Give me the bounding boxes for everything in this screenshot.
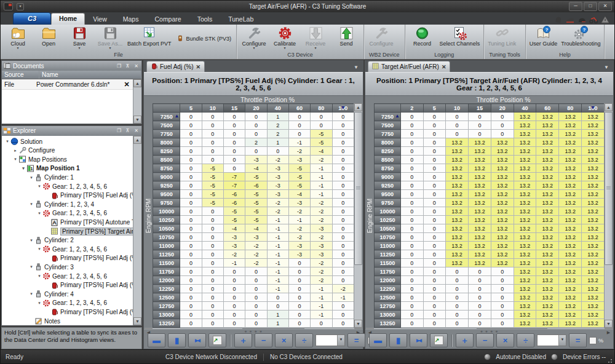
table-cell[interactable]: -2 [311, 156, 332, 164]
table-cell[interactable]: 0 [423, 216, 446, 224]
table-cell[interactable]: 13.2 [491, 138, 514, 147]
set-column-button[interactable]: ▮ [389, 333, 407, 347]
table-cell[interactable]: 0 [202, 224, 223, 233]
row-header-10250[interactable]: 10250 [375, 216, 401, 224]
table-cell[interactable]: 0 [180, 147, 202, 156]
ribbon-tab-home[interactable]: Home [51, 13, 85, 25]
table-cell[interactable]: -5 [223, 216, 245, 224]
row-header-8500[interactable]: 8500 [153, 156, 180, 164]
row-header-12750[interactable]: 12750 [153, 302, 180, 311]
table-cell[interactable]: 13.2 [536, 233, 559, 242]
table-cell[interactable]: 0 [288, 302, 310, 311]
table-cell[interactable]: 0 [400, 250, 423, 259]
table-cell[interactable]: -1 [288, 138, 310, 147]
column-header-100[interactable]: 100▼ [582, 104, 605, 113]
table-cell[interactable]: 0 [469, 293, 491, 302]
tab-close-icon[interactable]: ✕ [442, 64, 446, 70]
table-cell[interactable]: 0 [423, 242, 446, 250]
explorer-scrollbar[interactable]: ▲ ▼ [133, 136, 141, 325]
table-cell[interactable]: 0 [202, 276, 223, 285]
row-header-11500[interactable]: 11500 [153, 259, 180, 267]
column-header-5[interactable]: 5 [423, 104, 446, 113]
scroll-down-icon[interactable]: ▼ [133, 116, 141, 124]
table-cell[interactable]: 0 [245, 319, 267, 328]
table-cell[interactable]: 0 [491, 267, 514, 276]
table-cell[interactable]: 1 [267, 138, 288, 147]
table-cell[interactable]: 13.2 [446, 216, 469, 224]
add-button[interactable]: ＋ [456, 333, 474, 347]
table-cell[interactable]: 0 [423, 181, 446, 190]
table-cell[interactable]: 0 [267, 147, 288, 156]
table-cell[interactable]: 13.2 [514, 164, 536, 173]
table-cell[interactable]: 0 [400, 164, 423, 173]
table-cell[interactable]: 0 [423, 207, 446, 216]
column-header-20[interactable]: 20 [491, 104, 514, 113]
row-header-12500[interactable]: 12500 [375, 293, 401, 302]
table-cell[interactable]: 0 [202, 259, 223, 267]
table-cell[interactable]: 13.2 [446, 199, 469, 207]
column-header-80[interactable]: 80 [559, 104, 582, 113]
table-cell[interactable]: 0 [332, 207, 354, 216]
table-cell[interactable]: -1 [311, 164, 332, 173]
table-cell[interactable]: 0 [180, 121, 202, 130]
table-cell[interactable]: 0 [202, 121, 223, 130]
tree-item[interactable]: ▾Gear: 1, 2, 3, 4, 5, 6 [2, 245, 133, 254]
table-cell[interactable]: 13.2 [559, 311, 582, 319]
scroll-up-icon[interactable]: ▲ [605, 103, 613, 111]
table-cell[interactable]: -2 [311, 199, 332, 207]
table-cell[interactable]: 13.2 [559, 233, 582, 242]
table-cell[interactable]: 0 [223, 138, 245, 147]
column-header-80[interactable]: 80 [311, 104, 332, 113]
row-header-12500[interactable]: 12500 [153, 293, 180, 302]
tree-item[interactable]: ▾Solution [2, 137, 133, 146]
table-cell[interactable]: 13.2 [536, 147, 559, 156]
table-cell[interactable]: 0 [223, 293, 245, 302]
table-cell[interactable]: 0 [202, 156, 223, 164]
table-cell[interactable]: -3 [267, 173, 288, 181]
table-cell[interactable]: 13.2 [514, 173, 536, 181]
table-cell[interactable]: 0 [311, 319, 332, 328]
column-header-15[interactable]: 15 [223, 104, 245, 113]
table-cell[interactable]: -3 [267, 164, 288, 173]
table-cell[interactable]: 13.2 [582, 302, 605, 311]
table-cell[interactable]: 0 [245, 130, 267, 138]
table-cell[interactable]: 13.2 [469, 207, 491, 216]
table-cell[interactable]: 13.2 [559, 156, 582, 164]
table-cell[interactable]: -2 [267, 199, 288, 207]
table-cell[interactable]: 0 [423, 311, 446, 319]
table-cell[interactable]: 0 [180, 138, 202, 147]
table-cell[interactable]: 0 [469, 276, 491, 285]
percent-checkbox[interactable] [589, 337, 597, 344]
tree-item[interactable]: Primary [TPS%] Fuel Adj (%) [2, 191, 133, 200]
table-cell[interactable]: 13.2 [559, 199, 582, 207]
tree-item[interactable]: ▾1Map Position 1 [2, 164, 133, 173]
save-button[interactable]: Save▾ [64, 25, 95, 52]
table-cell[interactable]: -2 [245, 250, 267, 259]
documents-scrollbar[interactable]: ▲ ▼ [133, 79, 141, 124]
table-cell[interactable]: 13.2 [582, 181, 605, 190]
table-cell[interactable]: 13.2 [469, 259, 491, 267]
fuel-tab[interactable]: Fuel Adj (%)✕ [146, 61, 205, 72]
tree-item[interactable]: Primary [TPS%] Target Air/Fuel (AFR) [2, 227, 133, 236]
open-button[interactable]: Open [33, 25, 64, 52]
table-cell[interactable]: 13.2 [582, 224, 605, 233]
toolbar-grip[interactable]: ● ● ● ● [244, 330, 263, 333]
row-header-13000[interactable]: 13000 [375, 311, 401, 319]
table-cell[interactable]: 13.2 [536, 190, 559, 199]
table-cell[interactable]: 0 [446, 311, 469, 319]
table-cell[interactable]: 0 [245, 293, 267, 302]
table-cell[interactable]: 13.2 [536, 173, 559, 181]
table-vscrollbar[interactable]: ▲▼ [604, 103, 613, 328]
table-cell[interactable]: -1 [223, 259, 245, 267]
table-cell[interactable]: 13.2 [536, 156, 559, 164]
ribbon-tab-tunelab[interactable]: TuneLab [220, 14, 261, 25]
table-cell[interactable]: -5 [223, 207, 245, 216]
tree-item[interactable]: Primary [TPS%] Fuel Adj (%) [2, 254, 133, 263]
table-cell[interactable]: 0 [446, 113, 469, 121]
table-cell[interactable]: -2 [311, 267, 332, 276]
table-cell[interactable]: 1 [267, 311, 288, 319]
table-cell[interactable]: 0 [446, 293, 469, 302]
table-cell[interactable]: 0 [332, 130, 354, 138]
table-cell[interactable]: 13.2 [514, 181, 536, 190]
table-cell[interactable]: 13.2 [491, 156, 514, 164]
